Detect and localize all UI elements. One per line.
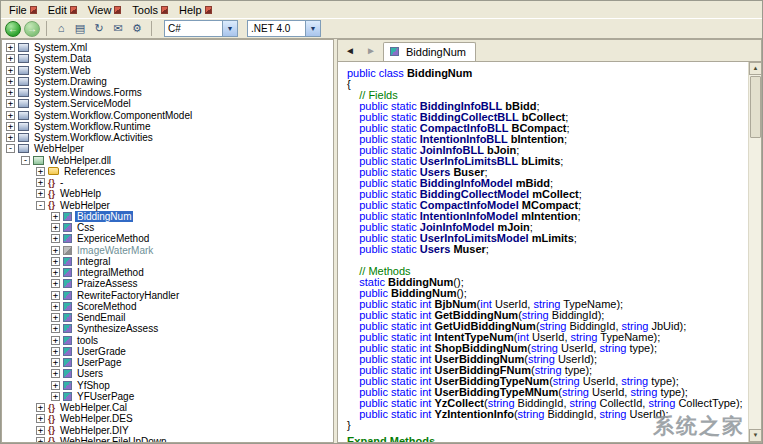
tree-item-userpage[interactable]: +UserPage	[2, 357, 333, 368]
tree-item-label: -	[58, 177, 65, 188]
menu-help[interactable]: Help	[174, 3, 218, 17]
tree-item-css[interactable]: +Css	[2, 222, 333, 233]
expand-toggle-icon[interactable]: +	[51, 369, 60, 378]
scrollbar-thumb[interactable]	[750, 76, 761, 138]
expand-toggle-icon[interactable]: +	[51, 279, 60, 288]
chevron-down-icon[interactable]: ▼	[222, 21, 237, 36]
refresh-icon[interactable]: ↻	[91, 21, 107, 37]
type-link[interactable]: Users	[420, 243, 451, 255]
class-icon	[63, 324, 72, 333]
expand-toggle-icon[interactable]: +	[51, 381, 60, 390]
tree-item-synthesizeassess[interactable]: +SynthesizeAssess	[2, 323, 333, 334]
expand-toggle-icon[interactable]: +	[51, 392, 60, 401]
history-forward-icon[interactable]: ►	[362, 43, 380, 59]
expand-toggle-icon[interactable]: +	[36, 189, 45, 198]
expand-toggle-icon[interactable]: +	[51, 336, 60, 345]
tab-biddingnum[interactable]: BiddingNum	[383, 42, 476, 61]
expand-toggle-icon[interactable]: +	[51, 302, 60, 311]
expand-toggle-icon[interactable]: +	[51, 313, 60, 322]
tree-item-expericemethod[interactable]: +ExpericeMethod	[2, 233, 333, 244]
expand-toggle-icon[interactable]: +	[51, 257, 60, 266]
expand-toggle-icon[interactable]: +	[36, 437, 45, 443]
menu-view[interactable]: View	[83, 3, 128, 17]
tree-item-imagewatermark[interactable]: +ImageWaterMark	[2, 245, 333, 256]
back-button[interactable]: ←	[5, 21, 21, 37]
tree-item-usergrade[interactable]: +UserGrade	[2, 346, 333, 357]
expand-toggle-icon[interactable]: +	[6, 88, 15, 97]
expand-toggle-icon[interactable]: +	[51, 291, 60, 300]
tree-item-system-workflow-runtime[interactable]: +System.Workflow.Runtime	[2, 121, 333, 132]
tree-item-webhelper-fileupdown[interactable]: +{}WebHelper.FileUpDown	[2, 436, 333, 443]
tree-item-webhelper-dll[interactable]: -WebHelper.dll	[2, 155, 333, 166]
expand-toggle-icon[interactable]: +	[6, 54, 15, 63]
expand-toggle-icon[interactable]: +	[36, 414, 45, 423]
menu-edit[interactable]: Edit	[43, 3, 83, 17]
expand-toggle-icon[interactable]: +	[6, 66, 15, 75]
tree-item-system-xml[interactable]: +System.Xml	[2, 42, 333, 53]
tree-item-system-servicemodel[interactable]: +System.ServiceModel	[2, 98, 333, 109]
expand-toggle-icon[interactable]: +	[51, 324, 60, 333]
expand-toggle-icon[interactable]: +	[6, 122, 15, 131]
tree-item-yfuserpage[interactable]: +YFUserPage	[2, 391, 333, 402]
list-view-icon[interactable]: ▤	[72, 21, 88, 37]
mail-icon[interactable]: ✉	[110, 21, 126, 37]
scroll-up-icon[interactable]: ▲	[749, 62, 761, 75]
tree-item-webhelper-des[interactable]: +{}WebHelper.DES	[2, 413, 333, 424]
tree-item-webhelper[interactable]: -WebHelper	[2, 143, 333, 154]
expand-toggle-icon[interactable]: +	[51, 223, 60, 232]
settings-icon[interactable]: ⚙	[129, 21, 145, 37]
tree-item-scoremethod[interactable]: +ScoreMethod	[2, 301, 333, 312]
expand-toggle-icon[interactable]: +	[36, 403, 45, 412]
tree-item-users[interactable]: +Users	[2, 368, 333, 379]
scroll-down-icon[interactable]: ▼	[749, 429, 761, 442]
collapse-toggle-icon[interactable]: -	[6, 144, 15, 153]
expand-toggle-icon[interactable]: +	[6, 43, 15, 52]
tree-item-system-data[interactable]: +System.Data	[2, 53, 333, 64]
expand-toggle-icon[interactable]: +	[51, 212, 60, 221]
home-icon[interactable]: ⌂	[53, 21, 69, 37]
tree-item-sendemail[interactable]: +SendEmail	[2, 312, 333, 323]
tree-item-[interactable]: +{}-	[2, 177, 333, 188]
tree-item-system-windows-forms[interactable]: +System.Windows.Forms	[2, 87, 333, 98]
tree-item-system-drawing[interactable]: +System.Drawing	[2, 76, 333, 87]
tree-item-integralmethod[interactable]: +IntegralMethod	[2, 267, 333, 278]
expand-toggle-icon[interactable]: +	[36, 426, 45, 435]
tree-item-references[interactable]: +References	[2, 166, 333, 177]
expand-toggle-icon[interactable]: +	[51, 358, 60, 367]
tree-item-system-web[interactable]: +System.Web	[2, 65, 333, 76]
expand-toggle-icon[interactable]: +	[36, 178, 45, 187]
tree-item-webhelper-cal[interactable]: +{}WebHelper.Cal	[2, 402, 333, 413]
expand-toggle-icon[interactable]: +	[6, 77, 15, 86]
forward-button[interactable]: →	[24, 21, 40, 37]
tree-item-webhelper[interactable]: -{}WebHelper	[2, 200, 333, 211]
tree-item-tools[interactable]: +tools	[2, 335, 333, 346]
expand-toggle-icon[interactable]: +	[51, 234, 60, 243]
tree-item-integral[interactable]: +Integral	[2, 256, 333, 267]
expand-toggle-icon[interactable]: +	[51, 246, 60, 255]
expand-toggle-icon[interactable]: +	[51, 268, 60, 277]
code-panel: ◄ ► BiddingNum public class BiddingNum{ …	[337, 39, 762, 443]
expand-toggle-icon[interactable]: +	[51, 347, 60, 356]
tree-item-system-workflow-activities[interactable]: +System.Workflow.Activities	[2, 132, 333, 143]
tree-item-webhelper-diy[interactable]: +{}WebHelper.DIY	[2, 425, 333, 436]
chevron-down-icon[interactable]: ▼	[305, 21, 320, 36]
collapse-toggle-icon[interactable]: -	[21, 156, 30, 165]
framework-select[interactable]: .NET 4.0 ▼	[247, 20, 321, 37]
expand-toggle-icon[interactable]: +	[6, 133, 15, 142]
expand-toggle-icon[interactable]: +	[6, 111, 15, 120]
language-select[interactable]: C# ▼	[164, 20, 238, 37]
collapse-toggle-icon[interactable]: -	[36, 201, 45, 210]
tree-item-biddingnum[interactable]: +BiddingNum	[2, 211, 333, 222]
history-back-icon[interactable]: ◄	[341, 43, 359, 59]
tree-item-rewritefactoryhandler[interactable]: +RewriteFactoryHandler	[2, 290, 333, 301]
tree-item-yfshop[interactable]: +YfShop	[2, 380, 333, 391]
menu-file[interactable]: File	[4, 3, 43, 17]
tree-item-system-workflow-componentmodel[interactable]: +System.Workflow.ComponentModel	[2, 110, 333, 121]
tree-item-webhelp[interactable]: +{}WebHelp	[2, 188, 333, 199]
vertical-scrollbar[interactable]: ▲ ▼	[748, 62, 761, 442]
expand-toggle-icon[interactable]: +	[36, 167, 45, 176]
expand-methods-link[interactable]: Expand Methods	[347, 436, 747, 442]
tree-item-praizeassess[interactable]: +PraizeAssess	[2, 278, 333, 289]
expand-toggle-icon[interactable]: +	[6, 99, 15, 108]
menu-tools[interactable]: Tools	[127, 3, 174, 17]
